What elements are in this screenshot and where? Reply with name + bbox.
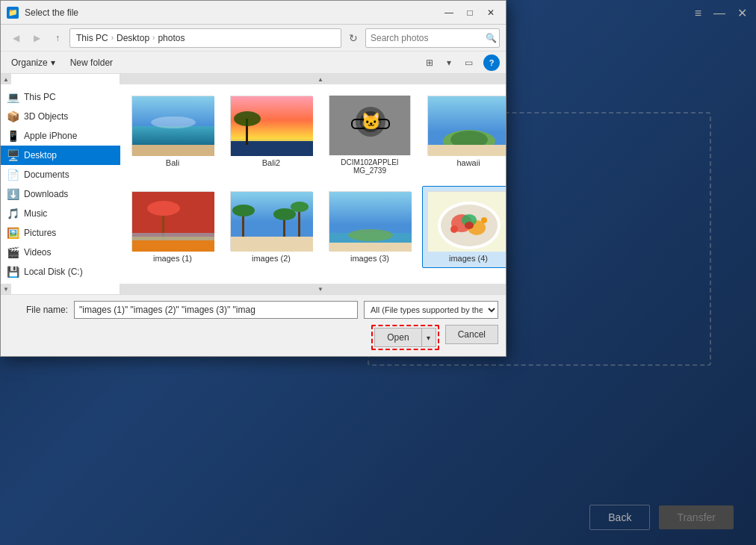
- sidebar-item-music[interactable]: 🎵 Music: [1, 204, 120, 223]
- thumb-dcim: 🐱: [329, 96, 411, 155]
- open-button[interactable]: Open: [374, 328, 421, 347]
- sidebar-container: ▲ 💻 This PC 📦 3D Objects 📱 Apple iPhone …: [1, 74, 120, 294]
- file-name-dcim: DCIM102APPLEIMG_2739: [341, 158, 398, 175]
- file-name-images4: images (4): [449, 254, 488, 263]
- sidebar-item-software-d[interactable]: 💽 software (D:): [1, 281, 120, 284]
- sidebar-scroll-up[interactable]: ▲: [1, 74, 11, 84]
- dialog-titlebar: 📁 Select the file — □ ✕: [1, 1, 506, 25]
- breadcrumb-photos[interactable]: photos: [158, 33, 185, 43]
- filename-row: File name: All (File types supported by …: [8, 301, 498, 319]
- filetype-select[interactable]: All (File types supported by the: [364, 301, 498, 319]
- file-name-bali2: Bali2: [262, 158, 280, 167]
- open-button-container: Open ▾: [371, 325, 439, 350]
- svg-rect-19: [428, 145, 506, 156]
- svg-point-31: [291, 202, 309, 212]
- file-item-images1[interactable]: images (1): [126, 186, 219, 268]
- view-size-button[interactable]: ⊞: [421, 54, 439, 71]
- open-dropdown-arrow[interactable]: ▾: [421, 328, 436, 347]
- thumb-images3: [329, 191, 411, 251]
- file-name-hawaii: hawaii: [456, 158, 480, 167]
- new-folder-button[interactable]: New folder: [66, 56, 117, 69]
- svg-rect-2: [132, 145, 214, 156]
- breadcrumb-desktop[interactable]: Desktop: [117, 33, 149, 43]
- organize-button[interactable]: Organize ▾: [7, 56, 60, 69]
- preview-pane-button[interactable]: ▭: [459, 54, 477, 71]
- sidebar-item-downloads[interactable]: ⬇️ Downloads: [1, 184, 120, 204]
- desktop-icon: 🖥️: [7, 149, 19, 161]
- view-dropdown-button[interactable]: ▾: [440, 54, 458, 71]
- dialog-maximize-button[interactable]: □: [461, 5, 479, 20]
- search-icon: 🔍: [486, 33, 497, 43]
- thumb-bali2: [230, 96, 312, 155]
- svg-point-22: [147, 201, 180, 216]
- file-dialog: 📁 Select the file — □ ✕ ◀ ▶ ↑ This PC › …: [0, 0, 506, 357]
- search-input[interactable]: [371, 33, 483, 43]
- sidebar-scroll-down[interactable]: ▼: [1, 284, 11, 294]
- dialog-titlebar-buttons: — □ ✕: [440, 5, 500, 20]
- svg-rect-35: [329, 243, 412, 252]
- dialog-title-icon: 📁: [7, 7, 19, 19]
- svg-point-43: [450, 225, 458, 233]
- 3d-objects-icon: 📦: [7, 110, 19, 122]
- cancel-button[interactable]: Cancel: [445, 325, 498, 344]
- grid-container: Bali: [126, 90, 506, 268]
- sidebar-item-apple-iphone[interactable]: 📱 Apple iPhone: [1, 126, 120, 146]
- svg-point-36: [348, 229, 393, 241]
- breadcrumb-sep2: ›: [152, 34, 155, 42]
- file-item-dcim[interactable]: 🐱 DCIM102APPLEIMG_2739: [323, 90, 416, 180]
- help-button[interactable]: ?: [483, 54, 500, 71]
- file-item-bali2[interactable]: Bali2: [225, 90, 317, 180]
- dialog-close-button[interactable]: ✕: [482, 5, 500, 20]
- thumb-bali: [131, 96, 214, 155]
- downloads-icon: ⬇️: [7, 188, 19, 200]
- dialog-minimize-button[interactable]: —: [440, 5, 458, 20]
- sidebar-item-3d-objects[interactable]: 📦 3D Objects: [1, 107, 120, 126]
- file-area: ▲: [120, 74, 506, 294]
- local-disk-icon: 💾: [7, 266, 19, 278]
- svg-point-29: [273, 208, 296, 220]
- file-item-bali[interactable]: Bali: [126, 90, 219, 180]
- file-item-images2[interactable]: images (2): [225, 186, 317, 268]
- apple-iphone-icon: 📱: [7, 130, 19, 142]
- nav-back-button[interactable]: ◀: [7, 29, 25, 47]
- nav-forward-button[interactable]: ▶: [28, 29, 46, 47]
- sidebar-item-documents[interactable]: 📄 Documents: [1, 165, 120, 184]
- search-box: 🔍: [365, 28, 500, 48]
- breadcrumb-this-pc[interactable]: This PC: [76, 33, 108, 43]
- dialog-toolbar2: Organize ▾ New folder ⊞ ▾ ▭ ?: [1, 52, 506, 74]
- sidebar-item-local-disk[interactable]: 💾 Local Disk (C:): [1, 262, 120, 281]
- music-icon: 🎵: [7, 208, 19, 219]
- file-item-hawaii[interactable]: hawaii: [422, 90, 506, 180]
- grid-scroll-down[interactable]: ▼: [120, 284, 506, 294]
- grid-scroll-up[interactable]: ▲: [120, 74, 506, 84]
- dialog-title-text: Select the file: [25, 7, 440, 18]
- file-item-images3[interactable]: images (3): [323, 186, 416, 268]
- svg-rect-32: [231, 237, 313, 252]
- dialog-body: ▲ 💻 This PC 📦 3D Objects 📱 Apple iPhone …: [1, 74, 506, 294]
- thumb-images1: [131, 191, 214, 251]
- sidebar-item-pictures[interactable]: 🖼️ Pictures: [1, 223, 120, 243]
- refresh-button[interactable]: ↻: [344, 29, 362, 47]
- filename-label: File name:: [8, 305, 68, 315]
- nav-up-button[interactable]: ↑: [49, 29, 66, 47]
- dialog-actions: Open ▾ Cancel: [8, 325, 498, 350]
- dialog-address-bar: ◀ ▶ ↑ This PC › Desktop › photos ↻ 🔍: [1, 25, 506, 52]
- filename-input[interactable]: [74, 301, 358, 319]
- thumb-images2: [230, 191, 312, 251]
- sidebar-item-this-pc[interactable]: 💻 This PC: [1, 87, 120, 107]
- sidebar-item-desktop[interactable]: 🖥️ Desktop: [1, 146, 120, 165]
- svg-rect-5: [231, 141, 313, 156]
- videos-icon: 🎬: [7, 246, 19, 258]
- svg-point-45: [465, 222, 474, 229]
- sidebar: 💻 This PC 📦 3D Objects 📱 Apple iPhone 🖥️…: [1, 84, 120, 284]
- thumb-hawaii: [427, 96, 506, 155]
- svg-point-27: [232, 205, 255, 217]
- sidebar-item-videos[interactable]: 🎬 Videos: [1, 243, 120, 262]
- file-item-images4[interactable]: images (4): [422, 186, 506, 268]
- file-name-images1: images (1): [153, 254, 192, 263]
- dialog-bottom: File name: All (File types supported by …: [1, 294, 506, 356]
- pictures-icon: 🖼️: [7, 227, 19, 239]
- breadcrumb-sep1: ›: [111, 34, 114, 42]
- svg-rect-24: [132, 233, 214, 240]
- file-name-bali: Bali: [166, 158, 179, 167]
